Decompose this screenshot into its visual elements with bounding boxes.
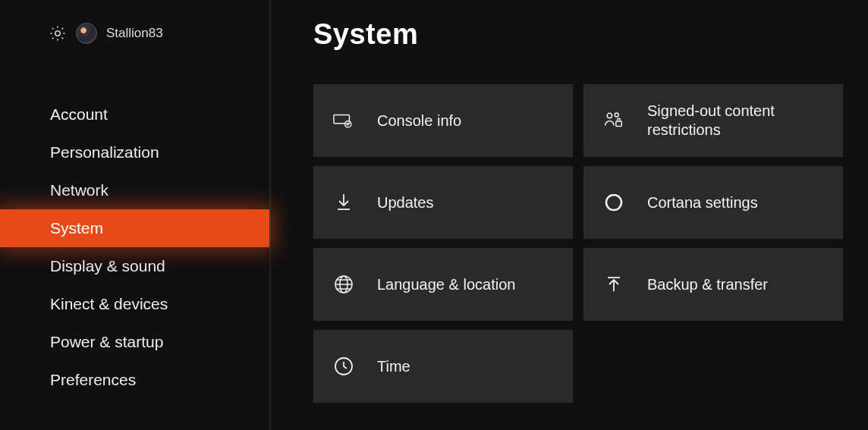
sidebar-item-label: Account (50, 105, 108, 123)
sidebar-item-kinect-devices[interactable]: Kinect & devices (0, 285, 269, 323)
sidebar-item-label: System (50, 219, 103, 237)
sidebar: Stallion83 Account Personalization Netwo… (0, 0, 271, 430)
avatar[interactable] (76, 23, 97, 44)
cortana-ring-icon (603, 193, 624, 212)
console-info-icon (333, 111, 354, 130)
tile-label: Updates (377, 193, 434, 212)
username: Stallion83 (106, 26, 163, 41)
tile-signed-out-restrictions[interactable]: Signed-out content restrictions (583, 84, 843, 157)
svg-point-6 (606, 195, 621, 210)
gear-icon (49, 24, 67, 42)
tile-label: Signed-out content restrictions (647, 102, 843, 140)
tile-label: Backup & transfer (647, 275, 768, 294)
download-icon (333, 193, 354, 212)
sidebar-item-display-sound[interactable]: Display & sound (0, 247, 269, 285)
sidebar-item-account[interactable]: Account (0, 96, 269, 133)
sidebar-item-system[interactable]: System (0, 209, 269, 247)
tile-grid: Console info Signed-out content restrict… (313, 84, 853, 403)
tile-console-info[interactable]: Console info (313, 84, 573, 157)
tile-label: Language & location (377, 275, 515, 294)
sidebar-item-preferences[interactable]: Preferences (0, 361, 269, 399)
svg-point-0 (55, 31, 60, 36)
sidebar-item-personalization[interactable]: Personalization (0, 133, 269, 171)
sidebar-item-label: Network (50, 181, 108, 199)
people-lock-icon (603, 111, 624, 130)
tile-language-location[interactable]: Language & location (313, 248, 573, 321)
svg-point-4 (615, 113, 618, 117)
globe-icon (333, 275, 354, 294)
sidebar-header: Stallion83 (0, 23, 269, 44)
tile-label: Console info (377, 111, 461, 130)
settings-app: Stallion83 Account Personalization Netwo… (0, 0, 868, 430)
sidebar-item-label: Personalization (50, 143, 159, 161)
sidebar-item-network[interactable]: Network (0, 171, 269, 209)
upload-icon (603, 275, 624, 294)
page-title: System (313, 18, 853, 51)
svg-point-3 (607, 113, 612, 118)
clock-icon (333, 356, 354, 376)
sidebar-item-power-startup[interactable]: Power & startup (0, 323, 269, 361)
sidebar-item-label: Display & sound (50, 257, 165, 275)
svg-rect-1 (334, 115, 350, 124)
tile-time[interactable]: Time (313, 330, 573, 403)
tile-label: Cortana settings (647, 193, 758, 212)
tile-cortana-settings[interactable]: Cortana settings (583, 166, 843, 239)
sidebar-item-label: Kinect & devices (50, 295, 168, 312)
tile-updates[interactable]: Updates (313, 166, 573, 239)
sidebar-item-label: Preferences (50, 371, 136, 388)
main-panel: System Console info (271, 0, 868, 430)
tile-label: Time (377, 357, 410, 376)
sidebar-item-label: Power & startup (50, 333, 163, 350)
sidebar-nav: Account Personalization Network System D… (0, 96, 269, 399)
tile-backup-transfer[interactable]: Backup & transfer (583, 248, 843, 321)
svg-rect-5 (616, 121, 621, 127)
